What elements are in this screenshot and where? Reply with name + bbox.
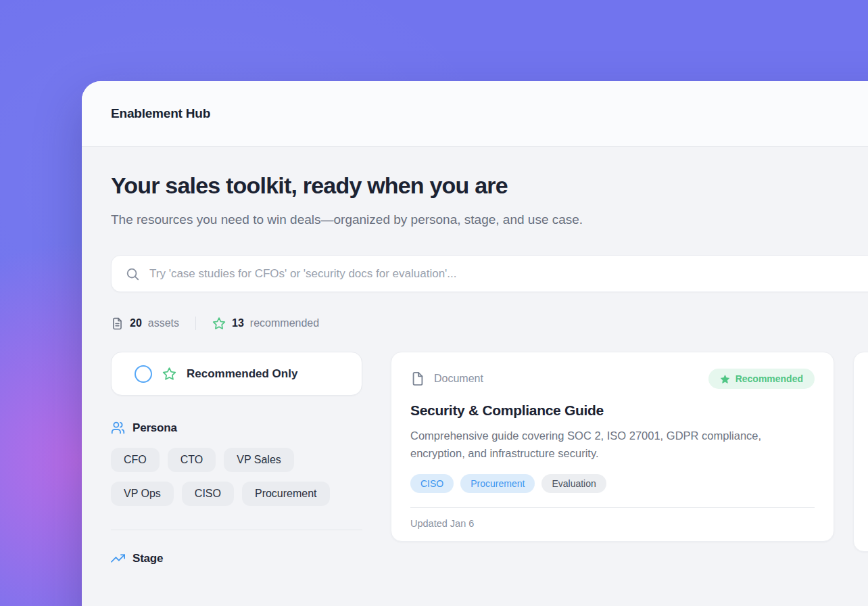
assets-count: 20 bbox=[130, 317, 142, 329]
asset-description: Comprehensive guide covering SOC 2, ISO … bbox=[410, 427, 802, 462]
file-icon bbox=[410, 371, 425, 386]
stats-row: 20 assets 13 recommended bbox=[111, 317, 868, 330]
persona-filter-chip[interactable]: CISO bbox=[182, 482, 234, 506]
radio-circle-icon[interactable] bbox=[135, 365, 152, 383]
asset-card-partial[interactable] bbox=[853, 352, 868, 552]
persona-section-heading: Persona bbox=[111, 421, 362, 435]
persona-filter-chip[interactable]: VP Sales bbox=[224, 448, 294, 472]
recommended-only-label: Recommended Only bbox=[187, 367, 297, 381]
recommended-count-stat: 13 recommended bbox=[212, 317, 319, 330]
asset-title: Security & Compliance Guide bbox=[410, 402, 815, 419]
page-title: Your sales toolkit, ready when you are bbox=[111, 172, 868, 199]
persona-filter-chip[interactable]: VP Ops bbox=[111, 482, 174, 506]
asset-card[interactable]: Document Recommended Security & Complian… bbox=[391, 352, 834, 542]
asset-tag: Procurement bbox=[460, 474, 535, 493]
recommended-count: 13 bbox=[232, 317, 244, 329]
star-icon bbox=[162, 367, 176, 381]
recommended-badge: Recommended bbox=[708, 369, 815, 389]
stage-section-heading: Stage bbox=[111, 551, 362, 565]
star-filled-icon bbox=[720, 374, 730, 384]
search-icon bbox=[125, 266, 140, 281]
asset-updated: Updated Jan 6 bbox=[410, 507, 815, 541]
document-icon bbox=[111, 317, 124, 330]
persona-filter-chip[interactable]: CFO bbox=[111, 448, 160, 472]
asset-tag: Evaluation bbox=[541, 474, 606, 493]
assets-label: assets bbox=[148, 317, 179, 329]
main-columns: Recommended Only Persona CFOCTOVP SalesV… bbox=[111, 352, 868, 565]
asset-type: Document bbox=[410, 371, 483, 386]
star-icon bbox=[212, 317, 226, 330]
recommended-badge-label: Recommended bbox=[736, 373, 803, 384]
users-icon bbox=[111, 421, 125, 435]
persona-filter-chip[interactable]: CTO bbox=[168, 448, 216, 472]
stage-section-label: Stage bbox=[132, 552, 163, 565]
app-header: Enablement Hub bbox=[82, 81, 868, 147]
asset-tag-list: CISOProcurementEvaluation bbox=[410, 474, 815, 493]
persona-filter-chip[interactable]: Procurement bbox=[242, 482, 330, 506]
sidebar-divider bbox=[111, 530, 362, 530]
filters-sidebar: Recommended Only Persona CFOCTOVP SalesV… bbox=[111, 352, 362, 565]
asset-type-label: Document bbox=[434, 373, 483, 385]
asset-card-top: Document Recommended bbox=[410, 369, 815, 389]
search-input[interactable] bbox=[149, 267, 868, 281]
stats-divider bbox=[195, 317, 196, 330]
page-subtitle: The resources you need to win deals—orga… bbox=[111, 207, 662, 233]
trending-up-icon bbox=[111, 551, 125, 565]
asset-tag: CISO bbox=[410, 474, 454, 493]
enablement-hub-window: Enablement Hub Your sales toolkit, ready… bbox=[82, 81, 868, 606]
persona-section-label: Persona bbox=[132, 421, 177, 435]
page-content: Your sales toolkit, ready when you are T… bbox=[82, 172, 868, 565]
search-bar[interactable] bbox=[111, 255, 868, 292]
assets-count-stat: 20 assets bbox=[111, 317, 179, 330]
app-title: Enablement Hub bbox=[111, 106, 210, 121]
recommended-only-toggle[interactable]: Recommended Only bbox=[111, 352, 362, 396]
recommended-label: recommended bbox=[250, 317, 319, 329]
persona-chip-list: CFOCTOVP SalesVP OpsCISOProcurement bbox=[111, 448, 362, 506]
